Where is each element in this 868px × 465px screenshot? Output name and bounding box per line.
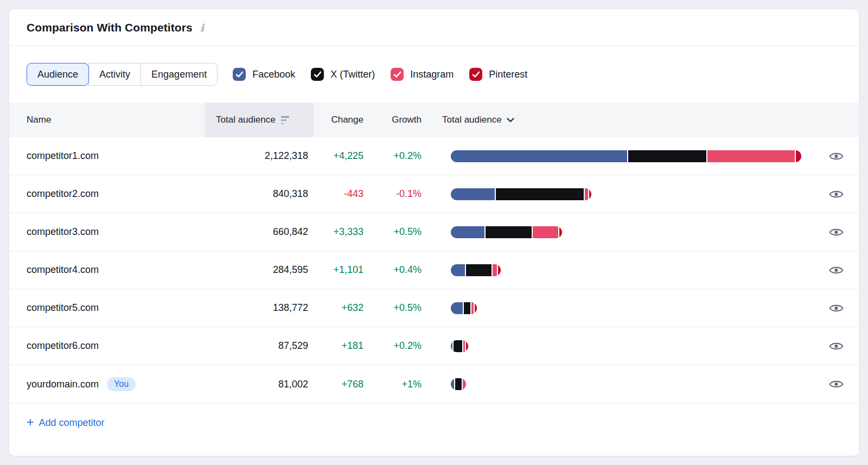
eye-icon (828, 379, 844, 390)
growth-value: +0.4% (363, 251, 422, 289)
tab-label: Engagement (151, 69, 207, 80)
visibility-toggle-button[interactable] (826, 187, 846, 202)
change-value: -443 (314, 175, 363, 213)
change-value: +181 (314, 327, 363, 365)
visibility-toggle-button[interactable] (826, 149, 846, 164)
table-row: yourdomain.com You 81,002 +768 +1% (9, 365, 859, 403)
competitor-name: competitor6.com (27, 340, 99, 352)
checkbox-checked-icon[interactable] (311, 68, 324, 81)
growth-value: +0.2% (363, 327, 422, 365)
change-value: +3,333 (314, 213, 363, 251)
bar-segment-instagram (533, 226, 558, 238)
growth-value: +1% (363, 365, 422, 403)
bar-segment-instagram (493, 264, 497, 276)
bar-segment-pinterest (475, 302, 477, 314)
visibility-toggle-button[interactable] (826, 377, 846, 392)
checkbox-checked-icon[interactable] (233, 68, 246, 81)
bar-metric-label: Total audience (442, 114, 502, 125)
visibility-toggle-button[interactable] (826, 339, 846, 354)
visibility-toggle-button[interactable] (826, 301, 846, 316)
competitor-name: competitor1.com (27, 150, 99, 162)
bar-segment-facebook (451, 302, 463, 314)
table-row: competitor2.com 840,318 -443 -0.1% (9, 175, 859, 213)
audience-stacked-bar (451, 340, 468, 352)
table-body: competitor1.com 2,122,318 +4,225 +0.2% c… (9, 137, 859, 403)
bar-segment-x-twitter- (466, 264, 492, 276)
panel-title: Comparison With Competitors (27, 21, 193, 34)
competitor-name: competitor4.com (27, 264, 99, 276)
column-header-change[interactable]: Change (314, 103, 363, 137)
column-header-name[interactable]: Name (9, 103, 205, 137)
total-audience-value: 138,772 (205, 289, 314, 327)
table-row: competitor1.com 2,122,318 +4,225 +0.2% (9, 137, 859, 175)
network-filter-x-twitter-[interactable]: X (Twitter) (311, 68, 375, 81)
network-filter-instagram[interactable]: Instagram (391, 68, 454, 81)
eye-icon (828, 341, 844, 352)
eye-icon (828, 227, 844, 238)
info-icon[interactable]: i (200, 22, 204, 33)
total-audience-value: 2,122,318 (205, 137, 314, 175)
competitor-name: yourdomain.com (27, 379, 99, 390)
competitor-name: competitor5.com (27, 302, 99, 314)
table-header: Name Total audience Change Growth Total … (9, 103, 859, 137)
bar-segment-pinterest (796, 150, 801, 162)
visibility-toggle-button[interactable] (826, 263, 846, 278)
eye-icon (828, 189, 844, 200)
eye-icon (828, 265, 844, 276)
panel-header: Comparison With Competitors i (9, 9, 859, 46)
audience-stacked-bar (451, 226, 562, 238)
bar-segment-facebook (451, 378, 454, 390)
table-footer: + Add competitor (9, 403, 859, 456)
metric-tabs: Audience Activity Engagement (27, 63, 218, 86)
tab-engagement[interactable]: Engagement (141, 63, 218, 86)
total-audience-value: 87,529 (205, 327, 314, 365)
checkbox-checked-icon[interactable] (391, 68, 404, 81)
tab-audience[interactable]: Audience (27, 63, 89, 86)
total-audience-value: 284,595 (205, 251, 314, 289)
total-audience-value: 81,002 (205, 365, 314, 403)
network-filter-facebook[interactable]: Facebook (233, 68, 295, 81)
bar-segment-x-twitter- (454, 340, 462, 352)
growth-value: +0.2% (363, 137, 422, 175)
chevron-down-icon (507, 118, 514, 123)
comparison-panel: Comparison With Competitors i Audience A… (9, 9, 859, 456)
network-filter-pinterest[interactable]: Pinterest (469, 68, 527, 81)
bar-segment-facebook (451, 226, 484, 238)
table-row: competitor6.com 87,529 +181 +0.2% (9, 327, 859, 365)
checkbox-checked-icon[interactable] (469, 68, 482, 81)
change-value: +4,225 (314, 137, 363, 175)
column-header-total-audience-label: Total audience (216, 114, 276, 125)
bar-segment-x-twitter- (496, 188, 584, 200)
network-filters: Facebook X (Twitter) Instagram Pinterest (233, 68, 527, 81)
tab-label: Audience (37, 69, 78, 80)
column-header-bar-metric[interactable]: Total audience (422, 103, 813, 137)
column-header-total-audience[interactable]: Total audience (205, 103, 314, 137)
total-audience-value: 660,842 (205, 213, 314, 251)
audience-stacked-bar (451, 264, 501, 276)
eye-icon (828, 303, 844, 314)
audience-stacked-bar (451, 378, 466, 390)
network-label: Pinterest (489, 69, 527, 80)
bar-segment-pinterest (498, 264, 501, 276)
add-competitor-label: Add competitor (39, 417, 104, 429)
growth-value: +0.5% (363, 289, 422, 327)
bar-segment-facebook (451, 340, 452, 352)
competitor-name: competitor3.com (27, 226, 99, 238)
you-badge: You (107, 377, 136, 391)
visibility-toggle-button[interactable] (826, 225, 846, 240)
network-label: X (Twitter) (330, 69, 375, 80)
column-header-growth[interactable]: Growth (363, 103, 422, 137)
audience-stacked-bar (451, 150, 801, 162)
column-header-visibility (813, 103, 859, 137)
controls-row: Audience Activity Engagement Facebook X … (9, 46, 859, 103)
eye-icon (828, 151, 844, 162)
bar-segment-x-twitter- (628, 150, 706, 162)
bar-segment-instagram (463, 378, 466, 390)
plus-icon: + (27, 416, 34, 429)
table-row: competitor3.com 660,842 +3,333 +0.5% (9, 213, 859, 251)
tab-activity[interactable]: Activity (88, 63, 141, 86)
network-label: Instagram (410, 69, 454, 80)
bar-segment-facebook (451, 264, 465, 276)
add-competitor-button[interactable]: + Add competitor (27, 417, 105, 429)
bar-segment-x-twitter- (464, 302, 470, 314)
